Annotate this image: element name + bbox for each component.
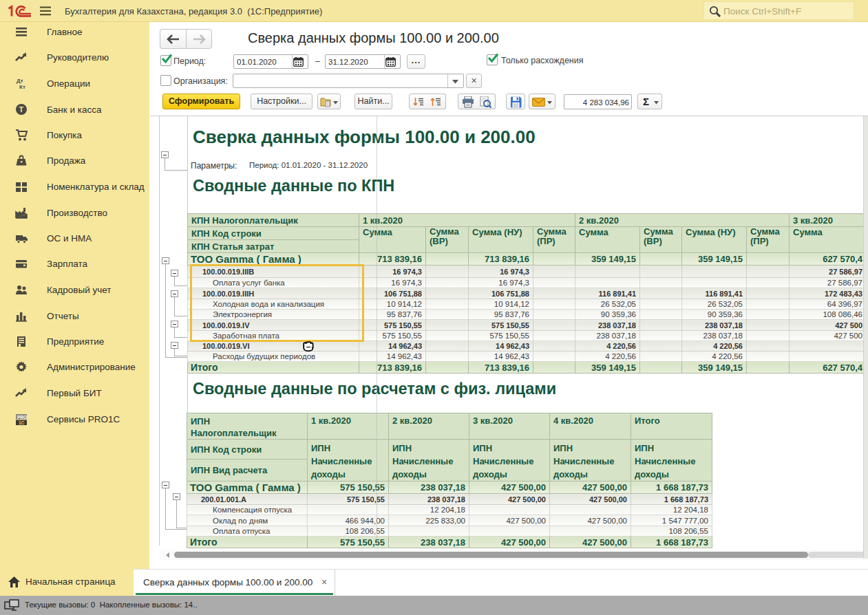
- svg-text:1С: 1С: [19, 420, 25, 425]
- svg-text:Дт: Дт: [17, 78, 23, 84]
- svg-text:PRO: PRO: [17, 415, 27, 420]
- svg-text:Кт: Кт: [19, 84, 25, 90]
- svg-text:Т: Т: [19, 105, 24, 114]
